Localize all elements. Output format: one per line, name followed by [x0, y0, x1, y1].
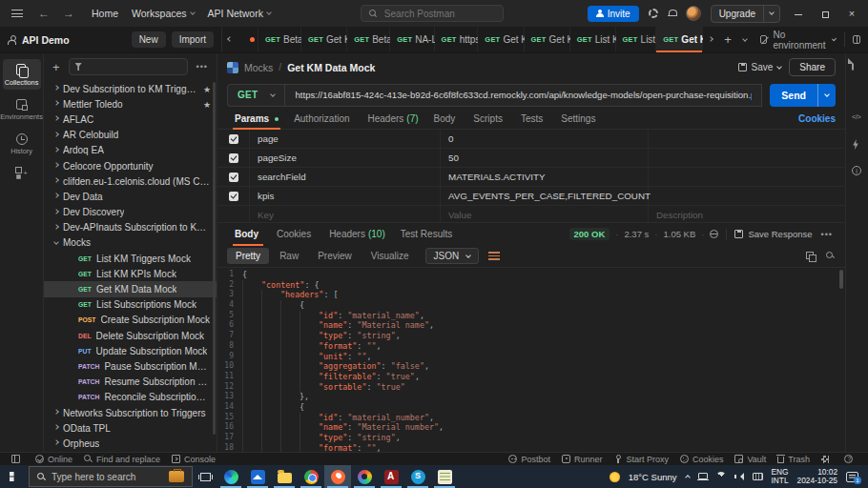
- menu-icon[interactable]: [11, 10, 23, 17]
- forward-arrow-icon[interactable]: →: [61, 7, 76, 20]
- sidebar-item[interactable]: DEL Delete Subscription Mock: [44, 328, 217, 343]
- upgrade-button[interactable]: Upgrade: [711, 5, 780, 23]
- method-select[interactable]: GET: [227, 84, 284, 107]
- sidebar-more-icon[interactable]: •••: [194, 62, 211, 71]
- request-tab[interactable]: GET Get K: [656, 27, 703, 52]
- param-value-cell[interactable]: AVG_EVENTS_PER_CASE,FILTERED_COUNT: [441, 187, 649, 205]
- weather-text[interactable]: 18°C Sunny: [629, 472, 677, 482]
- sidebar-item[interactable]: Orpheus: [44, 436, 217, 451]
- send-options-chevron[interactable]: [817, 84, 836, 107]
- global-search-input[interactable]: [382, 8, 495, 20]
- sidebar-item[interactable]: Dev-APInauts Subscription to KM Tr...: [44, 220, 217, 235]
- param-checkbox[interactable]: [217, 130, 250, 148]
- language-indicator[interactable]: ENG INTL: [772, 468, 789, 485]
- status-bar-item[interactable]: Runner: [556, 455, 609, 464]
- param-description-cell[interactable]: [649, 149, 845, 167]
- invite-button[interactable]: Invite: [588, 6, 639, 22]
- minimize-button[interactable]: [790, 8, 807, 19]
- url-input[interactable]: [293, 89, 754, 101]
- rail-item[interactable]: History: [3, 128, 41, 158]
- task-view-button[interactable]: [193, 465, 217, 488]
- request-section-tab[interactable]: Authorization: [286, 109, 360, 129]
- sidebar-item[interactable]: GET List KM Triggers Mock: [44, 251, 217, 266]
- sidebar-item[interactable]: PATCH Resume Subscription Mock: [44, 375, 217, 390]
- sidebar-filter-input[interactable]: [87, 61, 181, 73]
- param-description-placeholder[interactable]: Description: [649, 206, 845, 223]
- response-section-tab[interactable]: Test Results: [393, 223, 463, 245]
- taskbar-app-icon[interactable]: [378, 465, 404, 488]
- network-info-icon[interactable]: [710, 230, 718, 238]
- sidebar-item[interactable]: PUT Update Subscription Mock: [44, 343, 217, 358]
- tabs-scroll-left[interactable]: [222, 27, 238, 52]
- add-collection-button[interactable]: +: [50, 60, 63, 74]
- tabs-scroll-right[interactable]: [703, 27, 718, 52]
- sidebar-item[interactable]: Dev Data: [44, 189, 217, 204]
- tray-expand-chevron[interactable]: [685, 475, 691, 480]
- taskbar-app-icon[interactable]: [244, 465, 271, 488]
- param-key-cell[interactable]: page: [250, 130, 441, 148]
- user-avatar[interactable]: [686, 6, 701, 21]
- notifications-bell-icon[interactable]: [668, 9, 676, 18]
- environment-selector[interactable]: No environment: [753, 27, 844, 52]
- request-section-tab[interactable]: Settings: [553, 109, 606, 129]
- sidebar-item[interactable]: clifden.eu-1.celonis.cloud (MS Copil...: [44, 173, 217, 189]
- taskbar-app-icon[interactable]: [351, 465, 378, 488]
- wrap-lines-icon[interactable]: [488, 252, 500, 260]
- request-section-tab[interactable]: Params: [227, 109, 286, 129]
- taskbar-app-icon[interactable]: [404, 465, 431, 488]
- new-tab-button[interactable]: +: [718, 27, 737, 52]
- param-checkbox[interactable]: [217, 187, 250, 205]
- taskbar-app-icon[interactable]: [324, 465, 351, 488]
- response-section-tab[interactable]: Body: [227, 223, 269, 245]
- star-icon[interactable]: [203, 99, 211, 110]
- param-key-cell[interactable]: pageSize: [250, 149, 441, 167]
- info-icon[interactable]: i: [852, 166, 861, 175]
- response-view-tab[interactable]: Preview: [309, 248, 361, 264]
- request-tab[interactable]: GET Get K: [478, 27, 524, 52]
- copy-icon[interactable]: [806, 252, 815, 260]
- send-button[interactable]: Send: [770, 84, 836, 107]
- sidebar-item[interactable]: GET List KM KPIs Mock: [44, 266, 217, 281]
- param-checkbox[interactable]: [217, 168, 250, 186]
- format-select[interactable]: JSON: [425, 248, 480, 264]
- request-section-tab[interactable]: Body: [426, 109, 466, 129]
- param-key-placeholder[interactable]: Key: [250, 206, 441, 223]
- param-description-cell[interactable]: [649, 168, 845, 186]
- wifi-icon[interactable]: [716, 472, 726, 481]
- titlebar-nav-item[interactable]: Home: [86, 5, 124, 22]
- weather-sun-icon[interactable]: [610, 472, 620, 482]
- rail-item[interactable]: Environments: [3, 93, 41, 124]
- search-response-icon[interactable]: [826, 252, 836, 261]
- breadcrumb-collection[interactable]: Mocks: [244, 62, 273, 73]
- sidebar-item[interactable]: PATCH Pause Subscription Mock: [44, 358, 217, 374]
- param-key-cell[interactable]: kpis: [250, 187, 441, 205]
- settings-gear-icon[interactable]: [649, 9, 658, 18]
- star-icon[interactable]: [203, 84, 211, 94]
- response-section-tab[interactable]: Headers (10): [321, 223, 393, 245]
- status-bar-item[interactable]: Trash: [772, 455, 816, 464]
- taskbar-app-icon[interactable]: [271, 465, 298, 488]
- request-tab[interactable]: GET Get K: [525, 27, 570, 52]
- status-bar-item[interactable]: Vault: [729, 455, 772, 464]
- response-section-tab[interactable]: Cookies: [269, 223, 321, 245]
- maximize-button[interactable]: [816, 8, 834, 19]
- request-tab[interactable]: GET Beta: [258, 27, 301, 52]
- sidebar-item[interactable]: Networks Subscription to Triggers: [44, 405, 217, 420]
- param-description-cell[interactable]: [649, 187, 845, 205]
- response-view-tab[interactable]: Visualize: [362, 248, 418, 264]
- taskbar-search[interactable]: Type here to search: [29, 466, 193, 487]
- status-bar-item[interactable]: [816, 456, 838, 463]
- request-title[interactable]: Get KM Data Mock: [287, 62, 375, 73]
- back-arrow-icon[interactable]: ←: [36, 7, 52, 20]
- response-more-icon[interactable]: •••: [818, 230, 836, 239]
- sidebar-item[interactable]: POST Create Subscription Mock: [44, 313, 217, 328]
- status-bar-item[interactable]: [838, 455, 862, 463]
- tab-options-chevron[interactable]: [737, 27, 753, 52]
- cookies-link[interactable]: Cookies: [798, 109, 836, 129]
- sidebar-scrollbar[interactable]: [213, 82, 216, 435]
- sidebar-item[interactable]: GET Get KM Data Mock: [44, 281, 217, 296]
- clock[interactable]: 10:02 2024-10-25: [797, 468, 837, 485]
- environment-panel-icon[interactable]: [853, 35, 860, 44]
- import-button[interactable]: Import: [172, 31, 214, 48]
- documentation-icon[interactable]: [852, 58, 854, 71]
